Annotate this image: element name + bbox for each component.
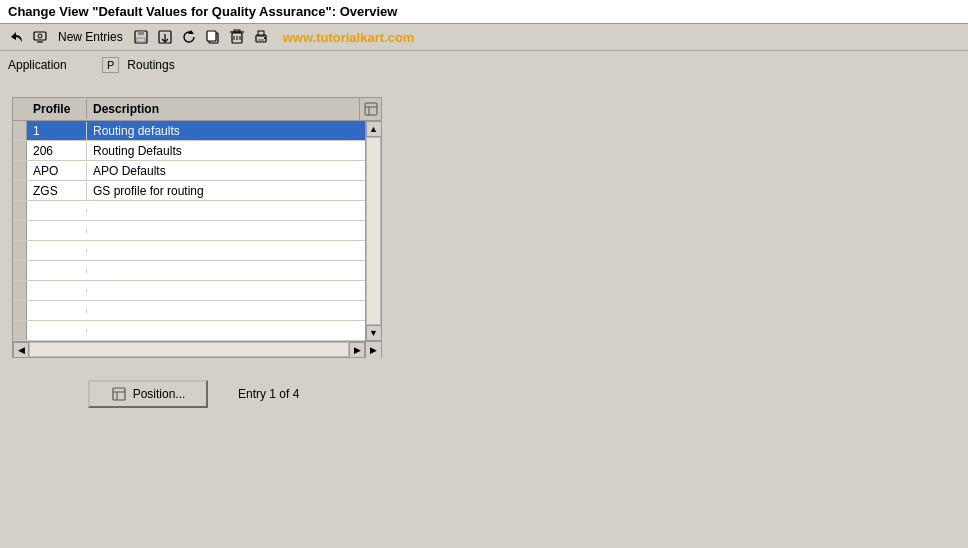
- cell-profile: [27, 289, 87, 293]
- filter-value: Routings: [127, 58, 174, 72]
- vertical-scrollbar[interactable]: ▲ ▼: [365, 121, 381, 341]
- cell-description: Routing Defaults: [87, 142, 365, 160]
- save-local-icon[interactable]: [155, 27, 175, 47]
- new-entries-button[interactable]: New Entries: [54, 30, 127, 44]
- row-selector[interactable]: [13, 261, 27, 280]
- table-row[interactable]: [13, 221, 365, 241]
- cell-profile: 1: [27, 122, 87, 140]
- svg-rect-10: [207, 31, 216, 41]
- copy-icon[interactable]: [203, 27, 223, 47]
- cell-profile: ZGS: [27, 182, 87, 200]
- hscroll-track[interactable]: [29, 342, 349, 357]
- table-row[interactable]: [13, 301, 365, 321]
- main-area: Profile Description 1Routing defaults206…: [0, 79, 968, 368]
- hscroll-right2-button[interactable]: ▶: [366, 342, 381, 358]
- toolbar-icon-2[interactable]: [30, 27, 50, 47]
- table-row[interactable]: [13, 261, 365, 281]
- position-button[interactable]: Position...: [88, 380, 208, 408]
- row-selector[interactable]: [13, 321, 27, 340]
- cell-description: [87, 329, 365, 333]
- cell-profile: [27, 229, 87, 233]
- toolbar: New Entries: [0, 24, 968, 51]
- row-selector[interactable]: [13, 201, 27, 220]
- svg-rect-0: [34, 32, 46, 40]
- filter-label: Application: [8, 58, 98, 72]
- row-selector[interactable]: [13, 181, 27, 200]
- entry-info: Entry 1 of 4: [238, 387, 299, 401]
- svg-rect-4: [138, 31, 144, 35]
- print-icon[interactable]: [251, 27, 271, 47]
- table-row[interactable]: [13, 321, 365, 341]
- row-selector[interactable]: [13, 241, 27, 260]
- filter-type-badge: P: [102, 57, 119, 73]
- table-row[interactable]: [13, 241, 365, 261]
- svg-point-20: [264, 37, 266, 39]
- watermark: www.tutorialkart.com: [283, 30, 415, 45]
- scroll-track[interactable]: [366, 137, 381, 325]
- table-row[interactable]: APOAPO Defaults: [13, 161, 365, 181]
- title-bar: Change View "Default Values for Quality …: [0, 0, 968, 24]
- refresh-icon[interactable]: [179, 27, 199, 47]
- cell-description: [87, 209, 365, 213]
- table-header: Profile Description: [13, 98, 381, 121]
- position-button-label: Position...: [133, 387, 186, 401]
- cell-description: [87, 289, 365, 293]
- scroll-down-button[interactable]: ▼: [366, 325, 382, 341]
- row-selector[interactable]: [13, 221, 27, 240]
- cell-description: [87, 229, 365, 233]
- page-title: Change View "Default Values for Quality …: [8, 4, 397, 19]
- table-row[interactable]: [13, 201, 365, 221]
- table-settings-icon[interactable]: [359, 98, 381, 120]
- position-button-icon: [111, 386, 127, 402]
- table-container: Profile Description 1Routing defaults206…: [12, 97, 382, 358]
- row-selector[interactable]: [13, 121, 27, 140]
- footer-area: Position... Entry 1 of 4: [0, 368, 968, 420]
- svg-rect-16: [234, 30, 240, 32]
- svg-rect-19: [258, 39, 264, 41]
- table-row[interactable]: ZGSGS profile for routing: [13, 181, 365, 201]
- hscroll-left-button[interactable]: ◀: [13, 342, 29, 358]
- scroll-up-button[interactable]: ▲: [366, 121, 382, 137]
- save-icon[interactable]: [131, 27, 151, 47]
- table-row[interactable]: [13, 281, 365, 301]
- cell-profile: [27, 209, 87, 213]
- cell-profile: APO: [27, 162, 87, 180]
- table-content: 1Routing defaults206Routing DefaultsAPOA…: [13, 121, 365, 341]
- svg-rect-24: [113, 388, 125, 400]
- cell-description: Routing defaults: [87, 122, 365, 140]
- row-selector[interactable]: [13, 141, 27, 160]
- hscroll-right-button[interactable]: ▶: [349, 342, 365, 358]
- cell-description: [87, 249, 365, 253]
- table-row[interactable]: 206Routing Defaults: [13, 141, 365, 161]
- cell-description: GS profile for routing: [87, 182, 365, 200]
- cell-profile: [27, 249, 87, 253]
- cell-profile: 206: [27, 142, 87, 160]
- column-header-description: Description: [87, 99, 359, 119]
- table-scroll-wrapper: 1Routing defaults206Routing DefaultsAPOA…: [13, 121, 381, 341]
- delete-icon[interactable]: [227, 27, 247, 47]
- cell-description: APO Defaults: [87, 162, 365, 180]
- column-header-profile: Profile: [27, 99, 87, 119]
- table-row[interactable]: 1Routing defaults: [13, 121, 365, 141]
- row-selector[interactable]: [13, 281, 27, 300]
- svg-rect-5: [137, 38, 145, 42]
- cell-profile: [27, 269, 87, 273]
- toolbar-icon-1[interactable]: [6, 27, 26, 47]
- row-selector[interactable]: [13, 301, 27, 320]
- cell-description: [87, 269, 365, 273]
- svg-point-1: [38, 34, 42, 38]
- row-selector[interactable]: [13, 161, 27, 180]
- svg-rect-21: [365, 103, 377, 115]
- filter-bar: Application P Routings: [0, 51, 968, 79]
- cell-profile: [27, 309, 87, 313]
- cell-profile: [27, 329, 87, 333]
- cell-description: [87, 309, 365, 313]
- horizontal-scrollbar[interactable]: ◀ ▶ ▶: [13, 341, 381, 357]
